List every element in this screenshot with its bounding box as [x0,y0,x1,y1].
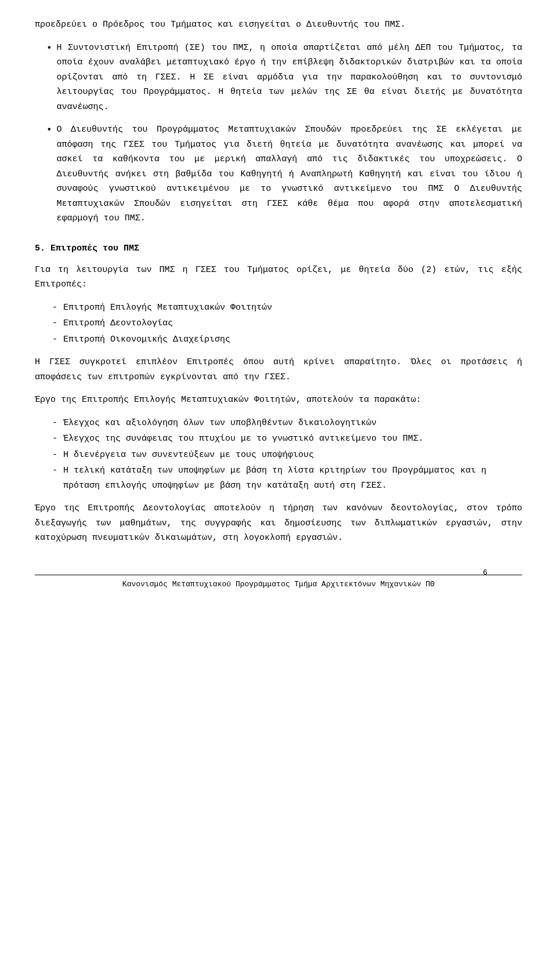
paragraph-1: προεδρεύει ο Πρόεδρος του Τμήματος και ε… [35,17,522,32]
bullet-block-se: • Η Συντονιστική Επιτροπή (ΣΕ) του ΠΜΣ, … [46,41,522,115]
committee-list: - Επιτροπή Επιλογής Μεταπτυχιακών Φοιτητ… [52,300,522,347]
bullet-dot-dir: • [46,122,52,138]
p-ergo-intro: Έργο της Επιτροπής Επιλογής Μεταπτυχιακώ… [35,393,522,408]
p-gsep: Η ΓΣΕΣ συγκροτεί επιπλέον Επιτροπές όπου… [35,355,522,384]
section-5-heading: 5. Επιτροπές του ΠΜΣ [35,244,522,253]
ergo-item-1: - Έλεγχος της συνάφειας του πτυχίου με τ… [52,431,522,447]
bullet-dot-se: • [46,41,52,56]
list-item-0: - Επιτροπή Επιλογής Μεταπτυχιακών Φοιτητ… [52,300,522,315]
ergo-text-3: Η τελική κατάταξη των υποψηφίων με βάση … [63,463,522,493]
ergo-dash-2: - [52,448,57,463]
footer: Κανονισμός Μεταπτυχιακού Προγράμματος Τμ… [35,575,522,589]
ergo-item-3: - Η τελική κατάταξη των υποψηφίων με βάσ… [52,463,522,493]
list-item-1: - Επιτροπή Δεοντολογίας [52,316,522,331]
p-deon: Έργο της Επιτροπής Δεοντολογίας αποτελού… [35,501,522,546]
ergo-dash-3: - [52,463,57,478]
list-dash-1: - [52,316,57,331]
bullet-item-se: • Η Συντονιστική Επιτροπή (ΣΕ) του ΠΜΣ, … [46,41,522,115]
bullet-block-dir: • Ο Διευθυντής του Προγράμματος Μεταπτυχ… [46,122,522,226]
bullet-item-dir: • Ο Διευθυντής του Προγράμματος Μεταπτυχ… [46,122,522,226]
committee-item-1: Επιτροπή Δεοντολογίας [63,316,173,331]
ergo-text-1: Έλεγχος της συνάφειας του πτυχίου με το … [63,431,424,447]
committee-item-2: Επιτροπή Οικονομικής Διαχείρισης [63,332,230,347]
ergo-text-2: Η διενέργεια των συνεντεύξεων με τους υπ… [63,448,314,463]
section-5-intro: Για τη λειτουργία των ΠΜΣ η ΓΣΕΣ του Τμή… [35,263,522,292]
list-dash-0: - [52,300,57,315]
ergo-list: - Έλεγχος και αξιολόγηση όλων των υποβλη… [52,416,522,493]
ergo-dash-0: - [52,416,57,431]
ergo-item-0: - Έλεγχος και αξιολόγηση όλων των υποβλη… [52,416,522,431]
page-container: προεδρεύει ο Πρόεδρος του Τμήματος και ε… [0,0,557,600]
bullet-text-dir: Ο Διευθυντής του Προγράμματος Μεταπτυχια… [57,122,522,226]
list-item-2: - Επιτροπή Οικονομικής Διαχείρισης [52,332,522,347]
ergo-item-2: - Η διενέργεια των συνεντεύξεων με τους … [52,448,522,463]
ergo-text-0: Έλεγχος και αξιολόγηση όλων των υποβληθέ… [63,416,377,431]
page-number: 6 [483,568,487,577]
committee-item-0: Επιτροπή Επιλογής Μεταπτυχιακών Φοιτητών [63,300,272,315]
bullet-text-se: Η Συντονιστική Επιτροπή (ΣΕ) του ΠΜΣ, η … [57,41,522,115]
ergo-dash-1: - [52,431,57,447]
list-dash-2: - [52,332,57,347]
footer-text: Κανονισμός Μεταπτυχιακού Προγράμματος Τμ… [122,580,435,589]
